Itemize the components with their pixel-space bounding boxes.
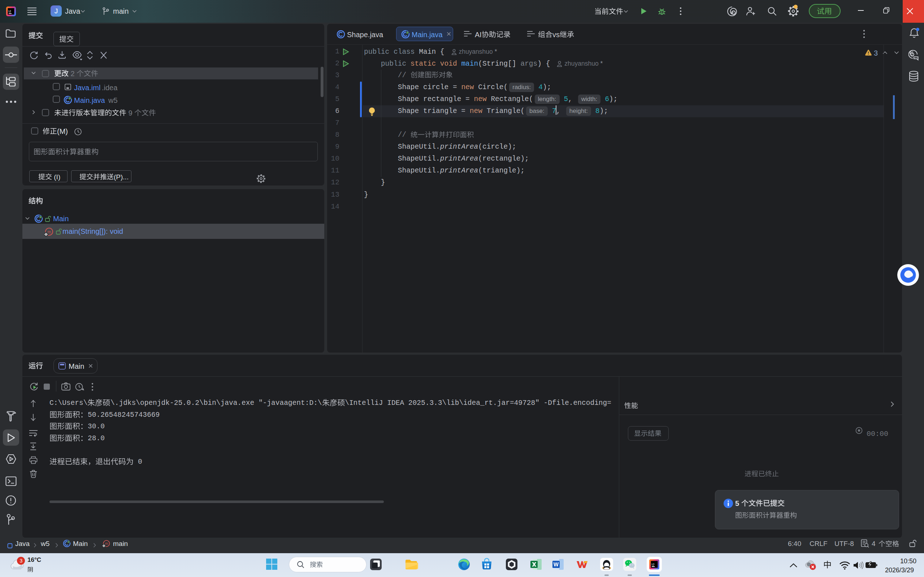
svg-text:m: m — [105, 542, 108, 546]
svg-text:m: m — [48, 229, 51, 235]
svg-text:3: 3 — [20, 558, 23, 564]
svg-text:IJ: IJ — [9, 10, 11, 13]
svg-text:IJ: IJ — [652, 562, 655, 566]
